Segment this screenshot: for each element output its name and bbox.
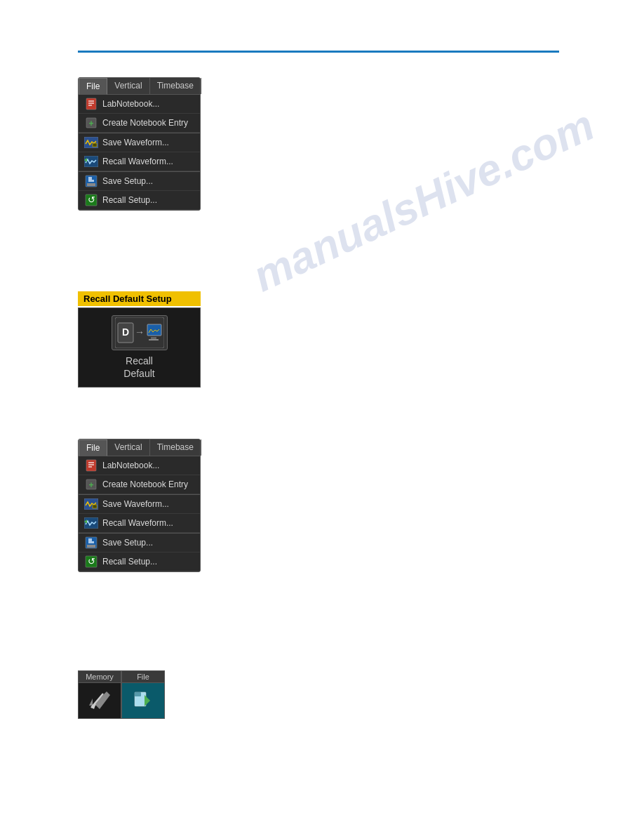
menu-label-labnotebook-top: LabNotebook... — [102, 99, 159, 109]
tab-file-bottom[interactable]: File — [79, 439, 107, 456]
file-menu-panel-top: File Vertical Timebase LabNotebook... + … — [78, 77, 201, 211]
top-divider-line — [78, 51, 559, 53]
menu-tab-bar-bottom: File Vertical Timebase — [79, 439, 200, 456]
recall-waveform-icon-bottom — [84, 517, 98, 529]
svg-text:↺: ↺ — [88, 194, 95, 205]
svg-rect-7 — [93, 143, 97, 147]
svg-text:+: + — [88, 480, 93, 490]
tab-vertical-bottom[interactable]: Vertical — [107, 439, 149, 456]
menu-tab-bar-top: File Vertical Timebase — [79, 78, 200, 95]
save-setup-icon — [84, 176, 98, 187]
recall-setup-icon: ↺ — [84, 194, 98, 206]
recall-setup-icon-bottom: ↺ — [84, 556, 98, 567]
svg-rect-22 — [149, 339, 159, 340]
recall-default-box: D → Recall Default — [78, 307, 201, 388]
svg-rect-21 — [151, 337, 156, 339]
menu-label-labnotebook-bottom: LabNotebook... — [102, 461, 159, 470]
svg-rect-30 — [93, 505, 97, 508]
svg-text:→: → — [135, 326, 145, 338]
tab-timebase-bottom[interactable]: Timebase — [150, 439, 201, 456]
menu-label-recall-waveform-bottom: Recall Waveform... — [102, 518, 173, 528]
recall-waveform-icon — [84, 156, 98, 167]
create-entry-icon-bottom: + — [84, 479, 98, 490]
svg-rect-13 — [92, 177, 94, 180]
file-tab[interactable]: File — [121, 670, 165, 719]
watermark: manualsHive.com — [246, 100, 602, 301]
menu-item-save-waveform-bottom[interactable]: Save Waveform... — [79, 494, 200, 514]
save-waveform-icon — [84, 137, 98, 148]
menu-item-save-waveform-top[interactable]: Save Waveform... — [79, 133, 200, 152]
tab-file-top[interactable]: File — [79, 78, 107, 95]
memory-icon-box[interactable] — [79, 683, 121, 718]
memory-tab-label: Memory — [79, 671, 121, 683]
menu-label-create-entry-top: Create Notebook Entry — [102, 118, 188, 128]
file-tab-label: File — [122, 671, 164, 683]
svg-rect-20 — [147, 324, 161, 336]
menu-item-recall-waveform-bottom[interactable]: Recall Waveform... — [79, 514, 200, 533]
create-entry-icon: + — [84, 117, 98, 128]
notebook-icon-bottom — [84, 460, 98, 471]
svg-text:↺: ↺ — [88, 556, 95, 567]
menu-item-labnotebook-bottom[interactable]: LabNotebook... — [79, 456, 200, 475]
svg-text:+: + — [88, 119, 93, 128]
svg-text:D: D — [121, 326, 128, 338]
menu-item-labnotebook-top[interactable]: LabNotebook... — [79, 95, 200, 114]
menu-label-recall-waveform-top: Recall Waveform... — [102, 157, 173, 166]
menu-item-recall-waveform-top[interactable]: Recall Waveform... — [79, 152, 200, 171]
menu-item-create-entry-top[interactable]: + Create Notebook Entry — [79, 114, 200, 133]
tab-vertical-top[interactable]: Vertical — [107, 78, 149, 94]
notebook-icon — [84, 98, 98, 110]
svg-rect-23 — [86, 460, 96, 471]
menu-item-create-entry-bottom[interactable]: + Create Notebook Entry — [79, 475, 200, 494]
memory-file-panel: Memory File — [78, 670, 165, 719]
memory-tab[interactable]: Memory — [78, 670, 121, 719]
file-menu-panel-bottom: File Vertical Timebase LabNotebook... + … — [78, 439, 201, 572]
menu-item-save-setup-top[interactable]: Save Setup... — [79, 171, 200, 191]
svg-rect-0 — [86, 98, 96, 110]
file-icon-box[interactable] — [122, 683, 164, 718]
menu-item-save-setup-bottom[interactable]: Save Setup... — [79, 533, 200, 552]
menu-label-save-waveform-bottom: Save Waveform... — [102, 499, 169, 509]
svg-rect-34 — [87, 545, 95, 548]
save-setup-icon-bottom — [84, 537, 98, 548]
recall-default-icon: D → — [112, 315, 168, 350]
menu-item-recall-setup-top[interactable]: ↺ Recall Setup... — [79, 191, 200, 210]
save-waveform-icon-bottom — [84, 498, 98, 510]
menu-item-recall-setup-bottom[interactable]: ↺ Recall Setup... — [79, 552, 200, 571]
menu-label-save-setup-bottom: Save Setup... — [102, 538, 153, 548]
menu-label-save-waveform-top: Save Waveform... — [102, 138, 169, 147]
menu-label-recall-setup-top: Recall Setup... — [102, 195, 157, 205]
recall-default-setup-label: Recall Default Setup — [78, 291, 201, 306]
menu-label-recall-setup-bottom: Recall Setup... — [102, 557, 157, 567]
tab-timebase-top[interactable]: Timebase — [150, 78, 201, 94]
recall-default-button-text[interactable]: Recall Default — [123, 355, 154, 380]
menu-label-save-setup-top: Save Setup... — [102, 176, 153, 186]
menu-label-create-entry-bottom: Create Notebook Entry — [102, 479, 188, 489]
svg-rect-36 — [92, 538, 94, 541]
svg-rect-11 — [87, 183, 95, 186]
svg-rect-45 — [135, 692, 141, 696]
